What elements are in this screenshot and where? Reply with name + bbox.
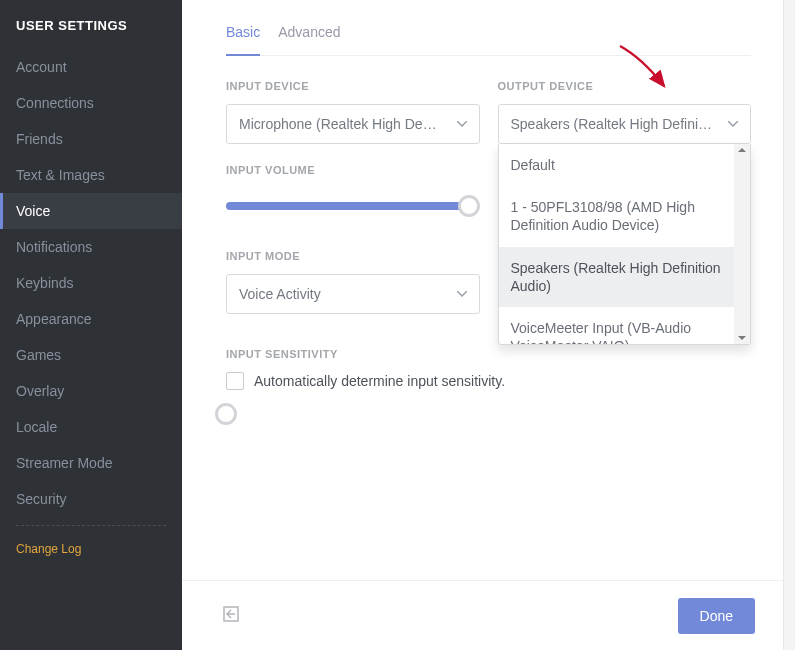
- sidebar-item-games[interactable]: Games: [0, 337, 182, 373]
- tabs: Basic Advanced: [226, 24, 751, 56]
- sidebar-item-keybinds[interactable]: Keybinds: [0, 265, 182, 301]
- input-mode-select[interactable]: Voice Activity: [226, 274, 480, 314]
- dropdown-item-voicemeeter[interactable]: VoiceMeeter Input (VB-Audio VoiceMeeter …: [499, 307, 751, 344]
- slider-thumb[interactable]: [215, 403, 237, 425]
- tab-advanced[interactable]: Advanced: [278, 24, 340, 55]
- chevron-down-icon: [728, 121, 738, 127]
- output-device-select[interactable]: Speakers (Realtek High Defini…: [498, 104, 752, 144]
- chevron-down-icon: [457, 291, 467, 297]
- input-sensitivity-slider[interactable]: [226, 404, 751, 424]
- input-volume-label: INPUT VOLUME: [226, 164, 480, 176]
- sidebar-item-friends[interactable]: Friends: [0, 121, 182, 157]
- done-button[interactable]: Done: [678, 598, 755, 634]
- tab-basic[interactable]: Basic: [226, 24, 260, 56]
- sidebar-item-appearance[interactable]: Appearance: [0, 301, 182, 337]
- sidebar-header: USER SETTINGS: [0, 18, 182, 49]
- sidebar-item-overlay[interactable]: Overlay: [0, 373, 182, 409]
- dropdown-scrollbar[interactable]: [734, 144, 750, 344]
- input-device-label: INPUT DEVICE: [226, 80, 480, 92]
- sidebar-item-locale[interactable]: Locale: [0, 409, 182, 445]
- input-mode-label: INPUT MODE: [226, 250, 480, 262]
- slider-thumb[interactable]: [458, 195, 480, 217]
- sidebar-divider: [16, 525, 166, 526]
- scroll-up-icon[interactable]: [738, 148, 746, 152]
- dropdown-item-amd[interactable]: 1 - 50PFL3108/98 (AMD High Definition Au…: [499, 186, 751, 246]
- input-device-select[interactable]: Microphone (Realtek High De…: [226, 104, 480, 144]
- sidebar: USER SETTINGS Account Connections Friend…: [0, 0, 182, 650]
- sidebar-item-streamer-mode[interactable]: Streamer Mode: [0, 445, 182, 481]
- output-device-dropdown: Default 1 - 50PFL3108/98 (AMD High Defin…: [498, 144, 752, 345]
- main-panel: Basic Advanced INPUT DEVICE Microphone (…: [182, 0, 795, 650]
- window-scrollbar-gutter: [783, 0, 795, 650]
- auto-sensitivity-checkbox[interactable]: [226, 372, 244, 390]
- chevron-down-icon: [457, 121, 467, 127]
- sidebar-changelog[interactable]: Change Log: [0, 534, 182, 564]
- input-volume-slider[interactable]: [226, 196, 480, 216]
- auto-sensitivity-label: Automatically determine input sensitivit…: [254, 373, 505, 389]
- output-device-label: OUTPUT DEVICE: [498, 80, 752, 92]
- sidebar-item-voice[interactable]: Voice: [0, 193, 182, 229]
- input-device-value: Microphone (Realtek High De…: [239, 116, 437, 132]
- dropdown-item-default[interactable]: Default: [499, 144, 751, 186]
- sidebar-item-notifications[interactable]: Notifications: [0, 229, 182, 265]
- scroll-down-icon[interactable]: [738, 336, 746, 340]
- footer: Done: [182, 580, 795, 650]
- output-device-value: Speakers (Realtek High Defini…: [511, 116, 713, 132]
- sidebar-item-security[interactable]: Security: [0, 481, 182, 517]
- dropdown-item-speakers[interactable]: Speakers (Realtek High Definition Audio): [499, 247, 751, 307]
- back-icon[interactable]: [222, 605, 240, 627]
- input-sensitivity-label: INPUT SENSITIVITY: [226, 348, 751, 360]
- sidebar-item-connections[interactable]: Connections: [0, 85, 182, 121]
- sidebar-item-text-images[interactable]: Text & Images: [0, 157, 182, 193]
- input-mode-value: Voice Activity: [239, 286, 321, 302]
- sidebar-item-account[interactable]: Account: [0, 49, 182, 85]
